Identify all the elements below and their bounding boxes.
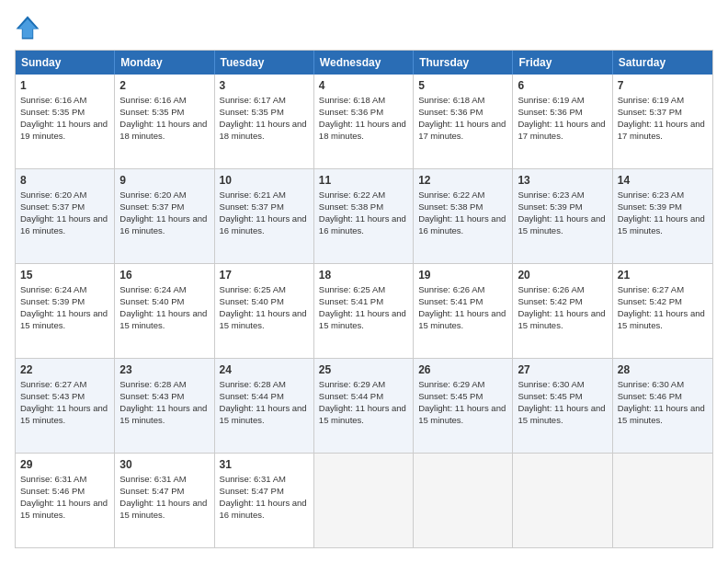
daylight-label: Daylight: 11 hours and 15 minutes. bbox=[518, 308, 605, 330]
day-number: 5 bbox=[418, 78, 507, 93]
sunrise-label: Sunrise: 6:25 AM bbox=[319, 284, 385, 294]
sunrise-label: Sunrise: 6:31 AM bbox=[119, 474, 186, 484]
daylight-label: Daylight: 11 hours and 15 minutes. bbox=[618, 403, 705, 425]
daylight-label: Daylight: 11 hours and 16 minutes. bbox=[220, 213, 307, 236]
header bbox=[15, 15, 713, 40]
daylight-label: Daylight: 11 hours and 18 minutes. bbox=[220, 119, 307, 141]
calendar-cell: 3Sunrise: 6:17 AMSunset: 5:35 PMDaylight… bbox=[215, 75, 314, 168]
day-number: 9 bbox=[119, 173, 209, 188]
daylight-label: Daylight: 11 hours and 16 minutes. bbox=[418, 213, 506, 236]
header-cell-friday: Friday bbox=[513, 51, 612, 75]
daylight-label: Daylight: 11 hours and 18 minutes. bbox=[119, 119, 207, 141]
calendar-cell: 12Sunrise: 6:22 AMSunset: 5:38 PMDayligh… bbox=[414, 169, 513, 263]
header-cell-wednesday: Wednesday bbox=[314, 51, 414, 75]
calendar-cell bbox=[314, 454, 414, 547]
calendar-week-3: 15Sunrise: 6:24 AMSunset: 5:39 PMDayligh… bbox=[16, 264, 712, 359]
calendar-body: 1Sunrise: 6:16 AMSunset: 5:35 PMDaylight… bbox=[16, 75, 712, 547]
sunset-label: Sunset: 5:36 PM bbox=[418, 107, 483, 117]
daylight-label: Daylight: 11 hours and 16 minutes. bbox=[319, 213, 406, 236]
daylight-label: Daylight: 11 hours and 15 minutes. bbox=[220, 308, 307, 330]
day-number: 28 bbox=[618, 362, 708, 377]
calendar-cell: 29Sunrise: 6:31 AMSunset: 5:46 PMDayligh… bbox=[16, 454, 115, 547]
svg-marker-1 bbox=[18, 19, 37, 38]
daylight-label: Daylight: 11 hours and 15 minutes. bbox=[518, 403, 605, 425]
sunset-label: Sunset: 5:37 PM bbox=[220, 201, 284, 212]
sunset-label: Sunset: 5:35 PM bbox=[220, 107, 284, 117]
calendar-cell: 20Sunrise: 6:26 AMSunset: 5:42 PMDayligh… bbox=[513, 264, 612, 358]
logo-icon bbox=[15, 15, 40, 40]
calendar-cell: 28Sunrise: 6:30 AMSunset: 5:46 PMDayligh… bbox=[613, 359, 712, 453]
calendar-week-2: 8Sunrise: 6:20 AMSunset: 5:37 PMDaylight… bbox=[16, 169, 712, 264]
sunset-label: Sunset: 5:44 PM bbox=[319, 391, 383, 401]
calendar-cell: 18Sunrise: 6:25 AMSunset: 5:41 PMDayligh… bbox=[314, 264, 414, 358]
day-number: 27 bbox=[518, 362, 607, 377]
calendar-cell: 24Sunrise: 6:28 AMSunset: 5:44 PMDayligh… bbox=[215, 359, 314, 453]
day-number: 10 bbox=[220, 173, 309, 188]
sunrise-label: Sunrise: 6:25 AM bbox=[220, 284, 286, 294]
header-cell-monday: Monday bbox=[115, 51, 214, 75]
day-number: 19 bbox=[418, 268, 507, 282]
daylight-label: Daylight: 11 hours and 17 minutes. bbox=[518, 119, 605, 141]
daylight-label: Daylight: 11 hours and 16 minutes. bbox=[20, 213, 108, 236]
day-number: 16 bbox=[119, 268, 209, 282]
sunset-label: Sunset: 5:47 PM bbox=[220, 486, 284, 496]
sunrise-label: Sunrise: 6:23 AM bbox=[618, 190, 684, 200]
daylight-label: Daylight: 11 hours and 15 minutes. bbox=[119, 308, 207, 330]
sunrise-label: Sunrise: 6:20 AM bbox=[119, 190, 186, 200]
daylight-label: Daylight: 11 hours and 15 minutes. bbox=[418, 403, 506, 425]
sunrise-label: Sunrise: 6:22 AM bbox=[319, 190, 385, 200]
header-cell-sunday: Sunday bbox=[16, 51, 115, 75]
calendar-week-5: 29Sunrise: 6:31 AMSunset: 5:46 PMDayligh… bbox=[16, 454, 712, 547]
day-number: 3 bbox=[220, 78, 309, 93]
sunrise-label: Sunrise: 6:28 AM bbox=[119, 379, 186, 389]
daylight-label: Daylight: 11 hours and 18 minutes. bbox=[319, 119, 406, 141]
calendar-header: SundayMondayTuesdayWednesdayThursdayFrid… bbox=[16, 51, 712, 75]
calendar-cell: 26Sunrise: 6:29 AMSunset: 5:45 PMDayligh… bbox=[414, 359, 513, 453]
sunrise-label: Sunrise: 6:24 AM bbox=[119, 284, 186, 294]
day-number: 13 bbox=[518, 173, 607, 188]
daylight-label: Daylight: 11 hours and 15 minutes. bbox=[319, 308, 406, 330]
sunset-label: Sunset: 5:43 PM bbox=[119, 391, 184, 401]
day-number: 2 bbox=[119, 78, 209, 93]
calendar-cell: 16Sunrise: 6:24 AMSunset: 5:40 PMDayligh… bbox=[115, 264, 214, 358]
daylight-label: Daylight: 11 hours and 16 minutes. bbox=[119, 213, 207, 236]
sunset-label: Sunset: 5:37 PM bbox=[119, 201, 184, 212]
sunrise-label: Sunrise: 6:27 AM bbox=[618, 284, 684, 294]
day-number: 14 bbox=[618, 173, 708, 188]
day-number: 15 bbox=[20, 268, 109, 282]
sunset-label: Sunset: 5:36 PM bbox=[518, 107, 582, 117]
header-cell-saturday: Saturday bbox=[613, 51, 712, 75]
daylight-label: Daylight: 11 hours and 15 minutes. bbox=[618, 213, 705, 236]
day-number: 1 bbox=[20, 78, 109, 93]
daylight-label: Daylight: 11 hours and 17 minutes. bbox=[618, 119, 705, 141]
sunset-label: Sunset: 5:45 PM bbox=[418, 391, 483, 401]
sunrise-label: Sunrise: 6:30 AM bbox=[618, 379, 684, 389]
daylight-label: Daylight: 11 hours and 19 minutes. bbox=[20, 119, 108, 141]
sunset-label: Sunset: 5:40 PM bbox=[220, 296, 284, 306]
daylight-label: Daylight: 11 hours and 15 minutes. bbox=[20, 403, 108, 425]
sunset-label: Sunset: 5:42 PM bbox=[518, 296, 582, 306]
sunset-label: Sunset: 5:37 PM bbox=[20, 201, 85, 212]
sunrise-label: Sunrise: 6:31 AM bbox=[220, 474, 286, 484]
calendar-cell: 19Sunrise: 6:26 AMSunset: 5:41 PMDayligh… bbox=[414, 264, 513, 358]
day-number: 4 bbox=[319, 78, 408, 93]
calendar-cell: 14Sunrise: 6:23 AMSunset: 5:39 PMDayligh… bbox=[613, 169, 712, 263]
sunset-label: Sunset: 5:37 PM bbox=[618, 107, 682, 117]
day-number: 29 bbox=[20, 457, 109, 472]
day-number: 12 bbox=[418, 173, 507, 188]
calendar-cell: 7Sunrise: 6:19 AMSunset: 5:37 PMDaylight… bbox=[613, 75, 712, 168]
sunrise-label: Sunrise: 6:18 AM bbox=[319, 95, 385, 105]
calendar-cell: 10Sunrise: 6:21 AMSunset: 5:37 PMDayligh… bbox=[215, 169, 314, 263]
day-number: 25 bbox=[319, 362, 408, 377]
day-number: 30 bbox=[119, 457, 209, 472]
sunset-label: Sunset: 5:40 PM bbox=[119, 296, 184, 306]
sunset-label: Sunset: 5:41 PM bbox=[319, 296, 383, 306]
daylight-label: Daylight: 11 hours and 15 minutes. bbox=[20, 498, 108, 520]
day-number: 24 bbox=[220, 362, 309, 377]
daylight-label: Daylight: 11 hours and 15 minutes. bbox=[119, 498, 207, 520]
daylight-label: Daylight: 11 hours and 15 minutes. bbox=[119, 403, 207, 425]
calendar-cell: 30Sunrise: 6:31 AMSunset: 5:47 PMDayligh… bbox=[115, 454, 214, 547]
daylight-label: Daylight: 11 hours and 17 minutes. bbox=[418, 119, 506, 141]
day-number: 11 bbox=[319, 173, 408, 188]
sunrise-label: Sunrise: 6:22 AM bbox=[418, 190, 484, 200]
